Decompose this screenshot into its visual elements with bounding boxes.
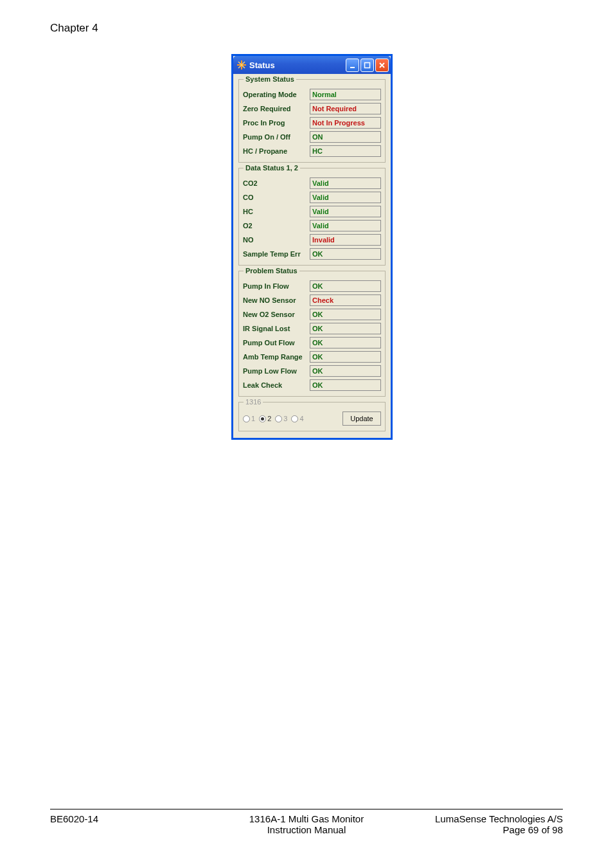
status-value: OK [310,280,381,292]
status-row: HC / PropaneHC [243,144,381,158]
status-label: Pump On / Off [243,133,307,141]
radio-group: 1234Update [243,410,381,427]
maximize-button[interactable] [360,59,374,72]
status-label: Pump In Flow [243,282,307,290]
status-label: Leak Check [243,381,307,389]
status-value: OK [310,323,381,334]
selector-group: 1316 1234Update [238,402,386,431]
problem-status-group: Problem Status Pump In FlowOKNew NO Sens… [238,271,386,397]
status-row: CO2Valid [243,176,381,190]
status-label: Amb Temp Range [243,353,307,361]
footer-right: LumaSense Technologies A/S Page 69 of 98 [435,813,563,835]
status-value: Invalid [310,234,381,246]
status-row: COValid [243,190,381,204]
radio-option[interactable]: 2 [259,415,271,422]
radio-label: 4 [299,415,303,422]
minimize-button[interactable] [346,59,359,72]
radio-label: 2 [267,415,271,422]
status-row: NOInvalid [243,233,381,247]
status-value: OK [310,337,381,348]
status-value: OK [310,248,381,260]
system-status-group: System Status Operating ModeNormalZero R… [238,79,386,163]
status-label: CO2 [243,179,307,187]
status-row: Pump Low FlowOK [243,364,381,378]
status-row: Operating ModeNormal [243,87,381,102]
status-value: Not Required [310,103,381,114]
status-label: Zero Required [243,105,307,113]
radio-option[interactable]: 1 [243,415,255,422]
footer-right-line2: Page 69 of 98 [503,824,563,835]
status-label: CO [243,194,307,201]
status-label: Pump Low Flow [243,367,307,375]
status-value: Valid [310,206,381,217]
status-label: New NO Sensor [243,296,307,304]
status-row: Pump On / OffON [243,130,381,144]
app-icon [237,60,246,69]
status-row: Amb Temp RangeOK [243,350,381,364]
radio-circle-icon [243,415,250,422]
status-value: OK [310,379,381,391]
status-label: Proc In Prog [243,119,307,127]
svg-rect-4 [350,67,355,68]
window-title: Status [249,60,275,70]
radio-circle-icon [275,415,282,422]
status-value: Valid [310,220,381,231]
status-value: ON [310,131,381,143]
radio-label: 1 [251,415,255,422]
status-label: NO [243,236,307,244]
status-row: Zero RequiredNot Required [243,102,381,116]
status-value: Valid [310,192,381,203]
radio-circle-icon [259,415,266,422]
status-value: OK [310,351,381,363]
status-row: Pump Out FlowOK [243,336,381,350]
status-row: Sample Temp ErrOK [243,247,381,261]
radio-option[interactable]: 4 [291,415,303,422]
status-label: HC [243,208,307,215]
footer-center-line1: 1316A-1 Multi Gas Monitor [249,813,364,824]
group-legend: System Status [244,75,296,83]
status-label: Sample Temp Err [243,250,307,258]
radio-circle-icon [291,415,298,422]
status-value: HC [310,145,381,157]
status-row: New O2 SensorOK [243,307,381,321]
status-label: O2 [243,222,307,230]
svg-rect-5 [365,62,370,68]
status-row: O2Valid [243,219,381,233]
status-value: Normal [310,89,381,100]
radio-option[interactable]: 3 [275,415,287,422]
data-status-group: Data Status 1, 2 CO2ValidCOValidHCValidO… [238,168,386,266]
status-label: Pump Out Flow [243,339,307,347]
chapter-heading: Chapter 4 [50,22,98,35]
footer-rule [50,809,563,809]
status-row: HCValid [243,204,381,219]
group-legend: 1316 [244,398,263,406]
status-value: Valid [310,177,381,189]
status-label: Operating Mode [243,91,307,98]
status-value: OK [310,309,381,320]
radio-label: 3 [283,415,287,422]
status-row: Pump In FlowOK [243,279,381,293]
titlebar[interactable]: Status [233,56,391,74]
status-value: OK [310,365,381,377]
status-value: Check [310,294,381,306]
status-label: New O2 Sensor [243,311,307,318]
status-window: Status System Status O [231,54,393,440]
status-row: New NO SensorCheck [243,293,381,307]
status-row: IR Signal LostOK [243,321,381,336]
window-client: System Status Operating ModeNormalZero R… [233,74,391,438]
status-row: Leak CheckOK [243,378,381,392]
window-controls [346,59,389,72]
status-value: Not In Progress [310,117,381,129]
status-row: Proc In ProgNot In Progress [243,116,381,130]
footer-right-line1: LumaSense Technologies A/S [435,813,563,824]
titlebar-left: Status [237,60,275,70]
close-button[interactable] [375,59,389,72]
group-legend: Problem Status [244,267,299,275]
group-legend: Data Status 1, 2 [244,164,300,172]
status-label: IR Signal Lost [243,325,307,332]
status-label: HC / Propane [243,147,307,155]
document-page: Chapter 4 Status [0,0,613,868]
update-button[interactable]: Update [342,411,381,426]
